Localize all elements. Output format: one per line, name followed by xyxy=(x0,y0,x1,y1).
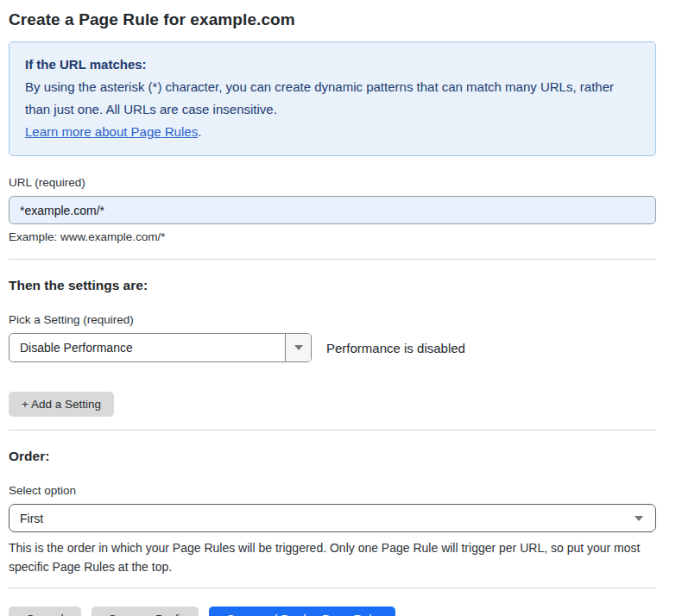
url-field-label: URL (required) xyxy=(9,176,656,189)
url-match-info-box: If the URL matches: By using the asteris… xyxy=(9,41,656,156)
divider xyxy=(9,588,656,588)
order-help-text: This is the order in which your Page Rul… xyxy=(9,538,652,576)
order-select-label: Select option xyxy=(9,484,656,497)
add-setting-button[interactable]: + Add a Setting xyxy=(9,392,114,417)
divider xyxy=(9,430,656,431)
create-page-rule-form: Create a Page Rule for example.com If th… xyxy=(0,0,682,616)
setting-select-arrow-button[interactable] xyxy=(285,334,311,361)
info-box-link-line: Learn more about Page Rules. xyxy=(25,121,640,143)
form-actions: Cancel Save as Draft Save and Deploy Pag… xyxy=(9,607,656,616)
setting-select-value: Disable Performance xyxy=(9,334,285,361)
cancel-button[interactable]: Cancel xyxy=(9,607,81,616)
order-section-heading: Order: xyxy=(9,449,656,464)
save-as-draft-button[interactable]: Save as Draft xyxy=(92,607,199,616)
setting-select[interactable]: Disable Performance xyxy=(9,333,312,362)
order-select-value: First xyxy=(9,512,635,525)
info-box-heading: If the URL matches: xyxy=(25,53,640,76)
url-example-text: Example: www.example.com/* xyxy=(9,230,656,243)
setting-row: Disable Performance Performance is disab… xyxy=(9,333,656,362)
settings-section-heading: Then the settings are: xyxy=(9,278,656,293)
chevron-down-icon xyxy=(294,345,303,350)
save-and-deploy-button[interactable]: Save and Deploy Page Rule xyxy=(209,607,395,616)
url-input[interactable] xyxy=(9,196,656,224)
info-box-body: By using the asterisk (*) character, you… xyxy=(25,76,629,121)
page-title: Create a Page Rule for example.com xyxy=(9,10,656,29)
setting-status-text: Performance is disabled xyxy=(326,341,465,355)
pick-setting-label: Pick a Setting (required) xyxy=(9,313,656,326)
order-select[interactable]: First xyxy=(9,504,656,532)
divider xyxy=(9,259,656,260)
learn-more-link[interactable]: Learn more about Page Rules xyxy=(25,124,198,139)
chevron-down-icon xyxy=(635,516,643,521)
link-suffix: . xyxy=(198,124,201,139)
